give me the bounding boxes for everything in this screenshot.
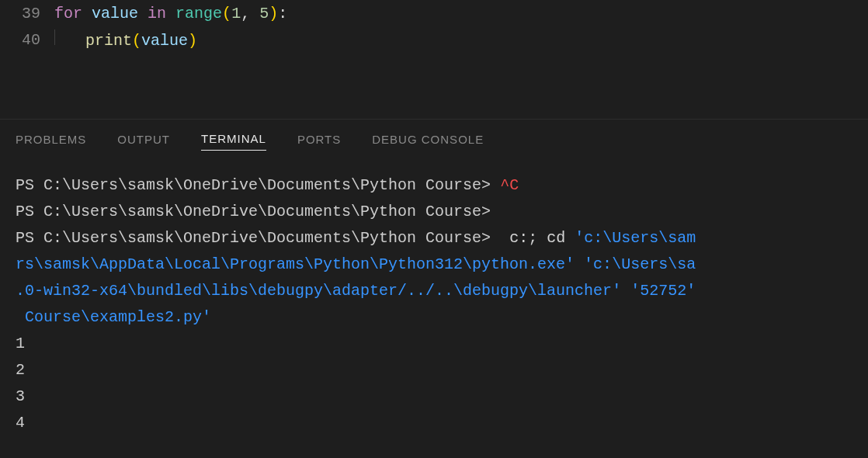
editor-empty-space[interactable] [0, 53, 868, 119]
terminal-content[interactable]: PS C:\Users\samsk\OneDrive\Documents\Pyt… [0, 158, 868, 436]
terminal-line: .0-win32-x64\bundled\libs\debugpy\adapte… [16, 278, 852, 304]
code-content: print(value) [54, 29, 868, 50]
tab-output[interactable]: OUTPUT [117, 128, 170, 151]
code-content: for value in range(1, 5): [54, 5, 868, 23]
terminal-output: 3 [16, 383, 852, 410]
terminal-output: 2 [16, 357, 852, 383]
tab-problems[interactable]: PROBLEMS [16, 128, 86, 151]
editor-area: 39 for value in range(1, 5): 40 print(va… [0, 0, 868, 53]
interrupt-signal: ^C [500, 176, 519, 194]
tab-terminal[interactable]: TERMINAL [201, 127, 266, 151]
terminal-line: PS C:\Users\samsk\OneDrive\Documents\Pyt… [16, 225, 852, 252]
terminal-line: rs\samsk\AppData\Local\Programs\Python\P… [16, 252, 852, 278]
line-number: 39 [0, 5, 54, 23]
code-line[interactable]: 40 print(value) [0, 26, 868, 53]
tab-debug-console[interactable]: DEBUG CONSOLE [372, 128, 484, 151]
terminal-output: 1 [16, 331, 852, 357]
tab-ports[interactable]: PORTS [297, 128, 341, 151]
terminal-line: PS C:\Users\samsk\OneDrive\Documents\Pyt… [16, 172, 852, 199]
terminal-output: 4 [16, 410, 852, 436]
code-line[interactable]: 39 for value in range(1, 5): [0, 0, 868, 26]
terminal-line: PS C:\Users\samsk\OneDrive\Documents\Pyt… [16, 199, 852, 225]
panel-tabs: PROBLEMS OUTPUT TERMINAL PORTS DEBUG CON… [0, 119, 868, 158]
line-number: 40 [0, 31, 54, 49]
terminal-line: Course\examples2.py' [16, 304, 852, 331]
